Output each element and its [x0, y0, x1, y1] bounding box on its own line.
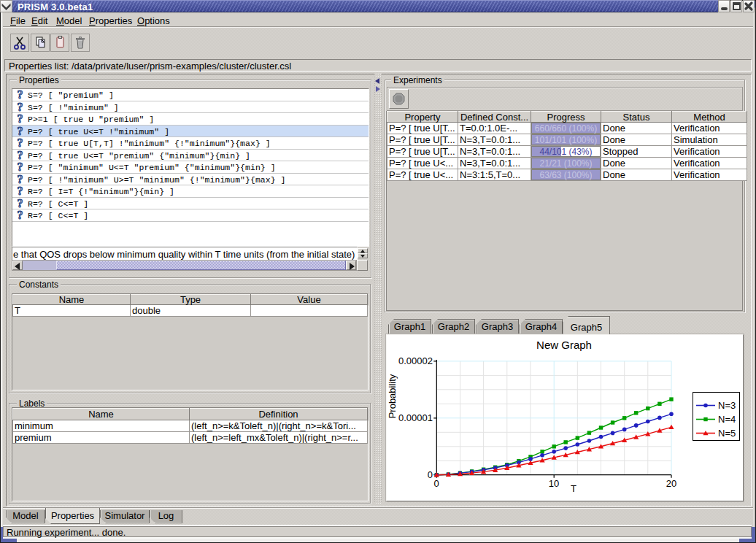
svg-text:0.00002: 0.00002 — [398, 355, 433, 366]
svg-text:N=4: N=4 — [718, 414, 736, 425]
svg-text:0: 0 — [428, 469, 433, 480]
svg-text:N=5: N=5 — [718, 428, 736, 439]
svg-text:0.00001: 0.00001 — [398, 412, 433, 423]
svg-text:New Graph: New Graph — [536, 339, 592, 351]
svg-text:Probability: Probability — [387, 374, 398, 418]
svg-text:N=3: N=3 — [718, 400, 736, 411]
svg-text:0: 0 — [433, 478, 439, 489]
svg-text:T: T — [571, 483, 576, 494]
svg-text:10: 10 — [549, 478, 559, 489]
svg-text:20: 20 — [666, 478, 676, 489]
